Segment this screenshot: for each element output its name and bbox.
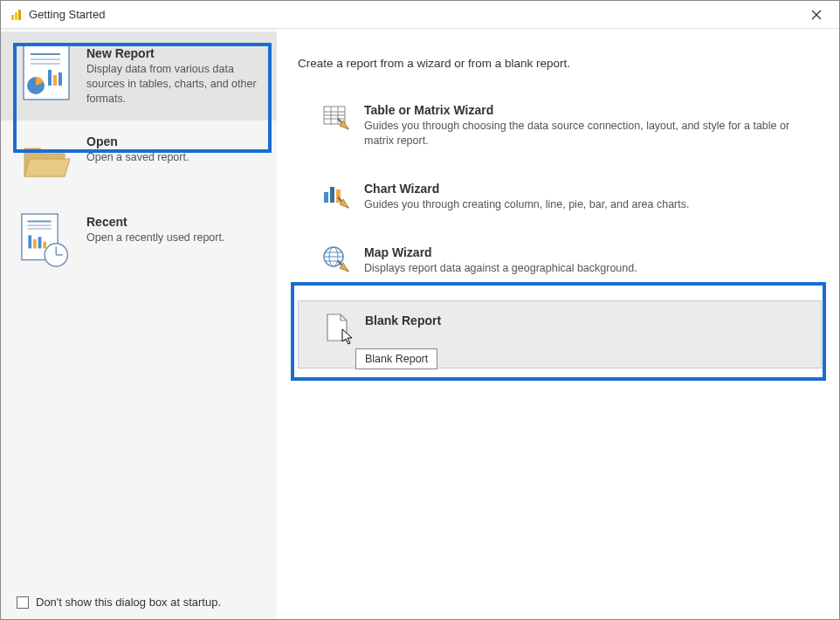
recent-report-icon bbox=[20, 215, 72, 267]
open-folder-icon bbox=[20, 134, 72, 187]
sidebar-item-recent[interactable]: Recent Open a recently used report. bbox=[1, 201, 277, 281]
getting-started-dialog: Getting Started bbox=[0, 0, 840, 620]
sidebar-item-text: New Report Display data from various dat… bbox=[86, 46, 261, 107]
option-desc: Displays report data against a geographi… bbox=[364, 261, 813, 276]
sidebar-item-open[interactable]: Open Open a saved report. bbox=[1, 121, 277, 201]
svg-rect-30 bbox=[324, 192, 328, 203]
sidebar-item-text: Open Open a saved report. bbox=[86, 134, 261, 187]
option-desc: Guides you through creating column, line… bbox=[364, 197, 813, 212]
option-text: Chart Wizard Guides you through creating… bbox=[364, 182, 813, 212]
svg-rect-2 bbox=[18, 10, 21, 20]
svg-rect-32 bbox=[336, 189, 341, 203]
content: New Report Display data from various dat… bbox=[1, 29, 839, 619]
svg-rect-0 bbox=[11, 15, 14, 20]
window-title: Getting Started bbox=[29, 8, 802, 21]
main-panel: Create a report from a wizard or from a … bbox=[277, 29, 839, 619]
new-report-icon bbox=[20, 46, 72, 99]
app-icon bbox=[10, 8, 24, 22]
option-text: Map Wizard Displays report data against … bbox=[364, 245, 813, 276]
option-map-wizard[interactable]: Map Wizard Displays report data against … bbox=[298, 237, 822, 285]
option-text: Table or Matrix Wizard Guides you throug… bbox=[364, 103, 813, 148]
sidebar-item-title: Recent bbox=[86, 215, 261, 229]
main-heading: Create a report from a wizard or from a … bbox=[298, 57, 822, 70]
option-title: Blank Report bbox=[365, 313, 812, 327]
footer: Don't show this dialog box at startup. bbox=[1, 585, 277, 619]
titlebar: Getting Started bbox=[1, 1, 839, 29]
svg-rect-18 bbox=[33, 239, 37, 248]
map-wizard-icon bbox=[322, 245, 350, 273]
svg-rect-11 bbox=[59, 72, 62, 86]
svg-rect-19 bbox=[38, 237, 42, 248]
sidebar-item-desc: Open a recently used report. bbox=[86, 231, 261, 245]
cursor-icon bbox=[341, 328, 355, 348]
sidebar-item-text: Recent Open a recently used report. bbox=[86, 215, 261, 267]
table-matrix-icon bbox=[322, 103, 350, 131]
sidebar-item-new-report[interactable]: New Report Display data from various dat… bbox=[1, 32, 277, 121]
sidebar-item-title: New Report bbox=[86, 46, 261, 60]
svg-rect-20 bbox=[43, 242, 46, 249]
svg-rect-17 bbox=[28, 235, 31, 248]
svg-rect-10 bbox=[53, 75, 57, 86]
tooltip: Blank Report bbox=[355, 348, 437, 369]
option-title: Map Wizard bbox=[364, 245, 813, 259]
svg-rect-1 bbox=[15, 12, 17, 20]
option-table-matrix-wizard[interactable]: Table or Matrix Wizard Guides you throug… bbox=[298, 94, 822, 157]
startup-checkbox[interactable] bbox=[17, 596, 29, 609]
sidebar: New Report Display data from various dat… bbox=[1, 29, 277, 619]
startup-checkbox-label: Don't show this dialog box at startup. bbox=[36, 596, 221, 609]
sidebar-item-title: Open bbox=[86, 134, 261, 148]
option-title: Table or Matrix Wizard bbox=[364, 103, 813, 117]
chart-wizard-icon bbox=[322, 182, 350, 210]
sidebar-item-desc: Display data from various data sources i… bbox=[86, 62, 261, 107]
option-text: Blank Report bbox=[365, 313, 812, 341]
option-title: Chart Wizard bbox=[364, 182, 813, 196]
svg-rect-31 bbox=[330, 187, 334, 203]
svg-rect-9 bbox=[48, 70, 52, 86]
sidebar-item-desc: Open a saved report. bbox=[86, 150, 261, 165]
option-chart-wizard[interactable]: Chart Wizard Guides you through creating… bbox=[298, 173, 822, 221]
option-blank-report[interactable]: Blank Report Blank Report bbox=[298, 300, 822, 369]
option-desc: Guides you through choosing the data sou… bbox=[364, 119, 813, 148]
close-button[interactable] bbox=[802, 3, 830, 27]
